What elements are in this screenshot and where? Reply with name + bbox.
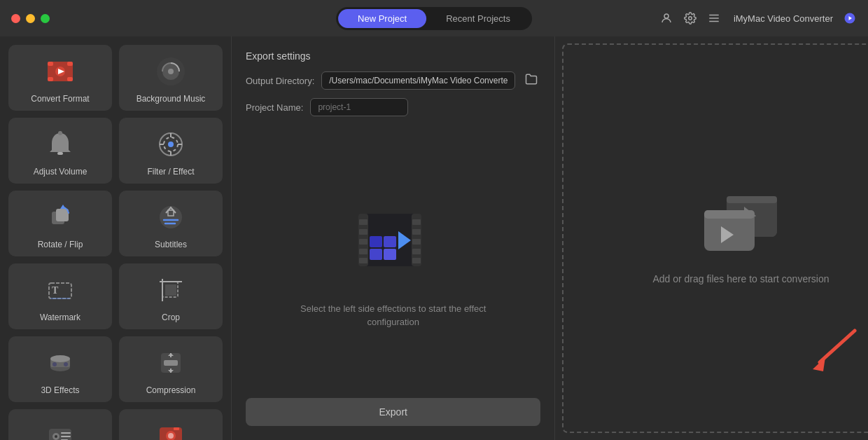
effect-preview-icon: [344, 193, 442, 291]
sidebar-item-id3[interactable]: ID3: [8, 409, 112, 440]
sidebar-item-convert-format[interactable]: Convert Format: [8, 45, 112, 111]
sidebar-item-convert-format-label: Convert Format: [31, 94, 89, 104]
sidebar-item-crop-label: Crop: [162, 312, 180, 322]
svg-point-1: [689, 17, 692, 20]
svg-rect-67: [359, 249, 368, 254]
sidebar-item-filter-effect-label: Filter / Effect: [147, 167, 194, 177]
svg-rect-82: [727, 196, 777, 203]
menu-icon[interactable]: [707, 11, 721, 25]
svg-point-42: [50, 355, 70, 362]
svg-rect-68: [359, 258, 368, 263]
sidebar-item-adjust-volume[interactable]: Adjust Volume: [8, 118, 112, 184]
minimize-button[interactable]: [26, 14, 35, 23]
traffic-lights: [11, 14, 50, 23]
gear-icon[interactable]: [683, 11, 697, 25]
svg-point-18: [58, 131, 62, 135]
person-icon[interactable]: [659, 11, 673, 25]
sidebar-item-3d-effects-label: 3D Effects: [41, 385, 79, 395]
svg-point-43: [52, 362, 57, 366]
project-name-input[interactable]: [310, 98, 408, 116]
compression-icon: [154, 346, 188, 380]
svg-marker-88: [813, 357, 825, 371]
export-button[interactable]: Export: [246, 398, 540, 426]
sidebar-item-filter-effect[interactable]: Filter / Effect: [119, 118, 223, 184]
svg-rect-66: [359, 239, 368, 245]
sidebar-item-subtitles-label: Subtitles: [155, 240, 187, 249]
sparkle-icon: [154, 128, 188, 161]
sidebar-item-compression-label: Compression: [146, 385, 196, 395]
svg-rect-74: [412, 258, 421, 263]
maximize-button[interactable]: [41, 14, 50, 23]
tab-recent-projects[interactable]: Recent Projects: [426, 9, 530, 28]
tab-group: New Project Recent Projects: [336, 7, 532, 30]
sidebar-item-adjust-volume-label: Adjust Volume: [34, 167, 88, 177]
middle-panel: Export settings Output Directory: /Users…: [231, 36, 555, 440]
titlebar-right: iMyMac Video Converter: [659, 11, 857, 25]
svg-rect-8: [48, 62, 53, 66]
svg-line-87: [820, 331, 855, 362]
screenshot-icon: [154, 419, 188, 440]
sidebar-item-rotate-flip-label: Rotate / Flip: [38, 240, 83, 249]
project-name-label: Project Name:: [246, 102, 303, 113]
sidebar-item-3d-effects[interactable]: 3D Effects: [8, 336, 112, 402]
sidebar-item-watermark[interactable]: T Watermark: [8, 263, 112, 329]
svg-point-21: [168, 142, 174, 147]
export-settings-title: Export settings: [246, 50, 540, 62]
film-icon: [43, 55, 77, 88]
svg-rect-46: [164, 360, 178, 366]
watermark-icon: T: [43, 273, 77, 307]
crop-icon: [154, 273, 188, 307]
effect-instruction-text: Select the left side effections to start…: [300, 302, 486, 329]
subtitle-icon: [154, 200, 188, 234]
3d-icon: [43, 346, 77, 380]
svg-point-0: [664, 14, 668, 18]
svg-rect-51: [49, 429, 71, 440]
svg-marker-28: [60, 205, 66, 209]
sidebar-item-rotate-flip[interactable]: Rotate / Flip: [8, 191, 112, 256]
main-content: Convert Format Background Music: [0, 36, 868, 440]
effect-preview-area: Select the left side effections to start…: [246, 130, 540, 391]
bell-icon: [43, 128, 77, 161]
sidebar: Convert Format Background Music: [0, 36, 231, 440]
drop-zone-text: Add or drag files here to start conversi…: [652, 273, 829, 284]
svg-rect-75: [370, 249, 382, 260]
svg-rect-60: [174, 427, 179, 430]
music-icon: [154, 55, 188, 88]
svg-rect-9: [67, 62, 73, 66]
sidebar-item-compression[interactable]: Compression: [119, 336, 223, 402]
id3-icon: [43, 419, 77, 440]
close-button[interactable]: [11, 14, 20, 23]
drop-zone-panel[interactable]: Add or drag files here to start conversi…: [562, 43, 868, 433]
sidebar-item-crop[interactable]: Crop: [119, 263, 223, 329]
sidebar-item-screenshot[interactable]: Screenshot: [119, 409, 223, 440]
project-name-row: Project Name:: [246, 98, 540, 116]
red-arrow-indicator: [806, 324, 862, 376]
svg-text:T: T: [52, 285, 59, 296]
svg-point-29: [160, 206, 182, 228]
svg-rect-11: [67, 77, 73, 81]
titlebar: New Project Recent Projects iMyMac Video…: [0, 0, 868, 36]
rotate-icon: [43, 200, 77, 234]
sidebar-item-watermark-label: Watermark: [40, 312, 80, 322]
svg-rect-77: [370, 236, 382, 247]
svg-rect-10: [48, 77, 53, 81]
sidebar-item-subtitles[interactable]: Subtitles: [119, 191, 223, 256]
svg-rect-27: [56, 209, 69, 221]
output-directory-label: Output Directory:: [246, 76, 314, 86]
app-logo-icon: [843, 11, 857, 25]
sidebar-item-background-music[interactable]: Background Music: [119, 45, 223, 111]
svg-point-53: [55, 435, 57, 438]
svg-rect-64: [359, 219, 368, 225]
tab-new-project[interactable]: New Project: [338, 9, 426, 28]
svg-rect-37: [165, 284, 176, 296]
svg-rect-85: [704, 210, 755, 219]
svg-rect-17: [57, 152, 63, 155]
sidebar-item-background-music-label: Background Music: [136, 94, 206, 104]
svg-rect-70: [412, 219, 421, 225]
svg-rect-76: [384, 249, 396, 260]
browse-folder-button[interactable]: [522, 71, 540, 90]
drop-zone-content: Add or drag files here to start conversi…: [652, 193, 829, 284]
svg-point-44: [64, 362, 68, 366]
svg-rect-73: [412, 249, 421, 254]
svg-point-59: [168, 433, 174, 439]
